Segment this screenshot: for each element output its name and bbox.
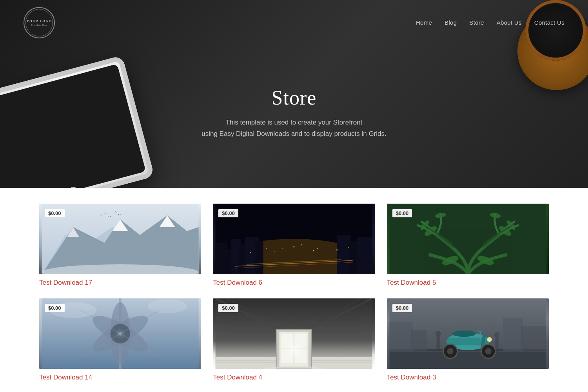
svg-point-91 — [494, 332, 499, 338]
store-section: $0.00 Test Download 17 — [0, 188, 588, 392]
product-card[interactable]: $0.00 Test Download 5 — [387, 204, 549, 287]
svg-rect-68 — [295, 349, 307, 363]
product-card[interactable]: $0.00 Test Download 6 — [213, 204, 375, 287]
nav-links: Home Blog Store About Us Contact Us — [416, 19, 564, 26]
svg-rect-88 — [436, 336, 439, 351]
nav-store[interactable]: Store — [469, 19, 484, 26]
nav-blog[interactable]: Blog — [445, 19, 457, 26]
svg-rect-86 — [476, 331, 482, 332]
product-grid: $0.00 Test Download 17 — [39, 204, 549, 392]
product-title[interactable]: Test Download 14 — [39, 374, 201, 381]
hero-section: YOUR LOGO Template Here Home Blog Store … — [0, 0, 588, 188]
svg-point-83 — [447, 348, 453, 354]
navbar: YOUR LOGO Template Here Home Blog Store … — [0, 0, 588, 45]
product-card[interactable]: $0.00 Test Download 4 — [213, 298, 375, 381]
svg-rect-65 — [281, 334, 293, 348]
svg-rect-32 — [389, 204, 546, 274]
svg-point-81 — [485, 348, 491, 354]
svg-rect-85 — [479, 332, 481, 340]
svg-point-30 — [274, 251, 275, 252]
product-card[interactable]: $0.00 Test Download 14 — [39, 298, 201, 381]
svg-point-27 — [282, 248, 283, 249]
svg-point-29 — [348, 247, 349, 248]
svg-point-87 — [487, 337, 492, 342]
price-badge: $0.00 — [218, 209, 238, 217]
product-title[interactable]: Test Download 5 — [387, 279, 549, 287]
svg-point-31 — [317, 248, 318, 249]
price-badge: $0.00 — [392, 209, 412, 217]
svg-point-22 — [266, 248, 267, 249]
svg-rect-73 — [389, 322, 413, 351]
svg-point-23 — [293, 246, 295, 247]
svg-rect-71 — [389, 349, 546, 369]
logo-text: YOUR LOGO — [27, 19, 52, 24]
svg-rect-74 — [411, 330, 426, 351]
svg-rect-66 — [295, 334, 307, 348]
svg-point-84 — [452, 331, 475, 337]
svg-point-25 — [329, 246, 330, 246]
product-title[interactable]: Test Download 4 — [213, 374, 375, 381]
svg-rect-90 — [495, 337, 498, 352]
price-badge: $0.00 — [45, 209, 65, 217]
price-badge: $0.00 — [218, 304, 238, 312]
nav-contact[interactable]: Contact Us — [534, 19, 564, 26]
svg-point-24 — [313, 250, 314, 251]
product-title[interactable]: Test Download 6 — [213, 279, 375, 287]
svg-rect-67 — [281, 349, 293, 363]
product-image-wrap: $0.00 — [213, 298, 375, 369]
svg-rect-16 — [349, 241, 358, 274]
product-card[interactable]: $0.00 Test Download 3 — [387, 298, 549, 381]
product-card[interactable]: $0.00 Test Download 17 — [39, 204, 201, 287]
price-badge: $0.00 — [45, 304, 65, 312]
svg-point-21 — [250, 252, 251, 253]
svg-rect-76 — [521, 326, 546, 351]
nav-about[interactable]: About Us — [497, 19, 522, 26]
product-image-wrap: $0.00 — [213, 204, 375, 274]
product-title[interactable]: Test Download 17 — [39, 279, 201, 287]
svg-rect-75 — [503, 318, 523, 351]
svg-point-26 — [336, 249, 338, 251]
nav-home[interactable]: Home — [416, 19, 432, 26]
svg-point-53 — [148, 299, 187, 313]
svg-point-89 — [435, 331, 441, 336]
product-image-wrap: $0.00 — [39, 204, 201, 274]
hero-subtitle: This template is used to create your Sto… — [201, 117, 387, 140]
product-image-wrap: $0.00 — [387, 204, 549, 274]
svg-rect-17 — [357, 237, 372, 274]
hero-title: Store — [272, 86, 317, 109]
svg-point-28 — [301, 244, 302, 246]
price-badge: $0.00 — [392, 304, 412, 312]
product-image-wrap: $0.00 — [387, 298, 549, 369]
logo-tagline: Template Here — [31, 24, 47, 26]
hero-content: Store This template is used to create yo… — [0, 38, 588, 188]
svg-rect-15 — [337, 235, 351, 274]
svg-rect-14 — [255, 241, 263, 274]
logo[interactable]: YOUR LOGO Template Here — [24, 7, 55, 38]
product-image-wrap: $0.00 — [39, 298, 201, 369]
product-title[interactable]: Test Download 3 — [387, 374, 549, 381]
